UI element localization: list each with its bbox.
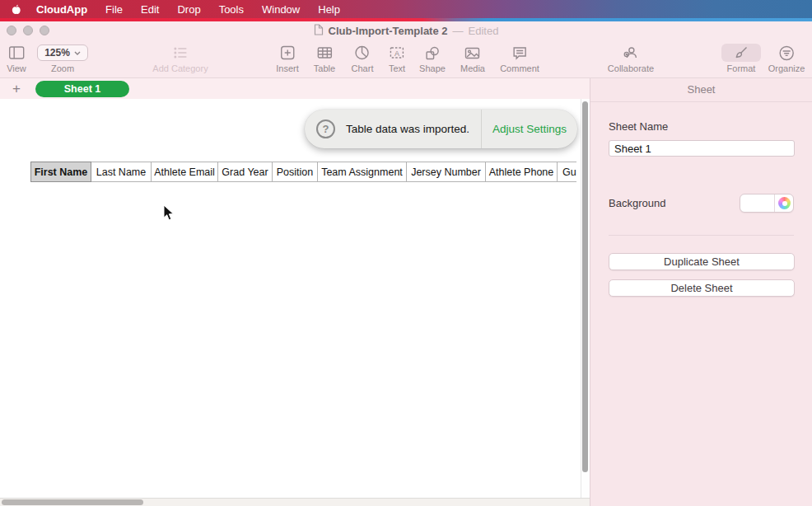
import-notification: ? Table data was imported. Adjust Settin… [305, 110, 577, 148]
view-sidebar-icon [8, 44, 25, 62]
insert-button[interactable]: Insert [276, 44, 299, 73]
column-header-athlete-email[interactable]: Athlete Email [151, 162, 218, 182]
column-header-jersey-number[interactable]: Jersey Number [406, 162, 486, 182]
title-bar: Club-Import-Template 2 — Edited [0, 21, 812, 40]
format-brush-icon [721, 44, 761, 62]
delete-sheet-button[interactable]: Delete Sheet [609, 279, 795, 297]
sheet-tab-bar: + Sheet 1 [0, 78, 590, 99]
category-list-icon [173, 44, 188, 62]
zoom-control: 125% Zoom [37, 44, 88, 73]
format-button[interactable]: Format [721, 44, 761, 73]
text-button[interactable]: A Text [389, 44, 405, 73]
menu-item-help[interactable]: Help [318, 3, 340, 16]
window-controls [7, 26, 49, 35]
column-header-grad-year[interactable]: Grad Year [217, 162, 273, 182]
menu-bar: CloudApp File Edit Drop Tools Window Hel… [0, 0, 812, 18]
main-area: + Sheet 1 First Name Last Name Athlete E… [0, 78, 590, 506]
toolbar: View 125% Zoom Add Category Insert Table [0, 40, 812, 78]
photo-icon [465, 44, 481, 62]
insert-plus-icon [280, 44, 295, 62]
apple-menu-icon[interactable] [10, 2, 21, 16]
menu-item-tools[interactable]: Tools [219, 3, 244, 16]
tab-sheet-1[interactable]: Sheet 1 [35, 81, 129, 97]
format-sidebar: Sheet Sheet Name Background Duplicate Sh… [590, 78, 812, 506]
view-button[interactable]: View [7, 44, 26, 73]
shapes-icon [425, 44, 440, 62]
document-status: Edited [469, 25, 499, 37]
help-icon[interactable]: ? [316, 119, 335, 138]
collaborate-person-icon [623, 44, 639, 62]
vertical-scrollbar-thumb[interactable] [582, 101, 588, 472]
vertical-scrollbar [581, 99, 590, 498]
table-header-row: First Name Last Name Athlete Email Grad … [30, 162, 576, 182]
color-wheel-icon [778, 197, 791, 209]
comment-button[interactable]: Comment [500, 44, 539, 73]
column-header-clipped[interactable]: Gu [557, 162, 576, 182]
document-icon [314, 24, 324, 38]
column-header-team-assignment[interactable]: Team Assignment [317, 162, 407, 182]
organize-funnel-icon [778, 44, 794, 62]
organize-button[interactable]: Organize [768, 44, 805, 73]
zoom-window-button[interactable] [40, 26, 49, 35]
pie-chart-icon [355, 44, 370, 62]
notification-message: Table data was imported. [346, 123, 469, 135]
menu-item-edit[interactable]: Edit [141, 3, 159, 16]
media-button[interactable]: Media [460, 44, 485, 73]
background-color-well[interactable] [740, 194, 794, 213]
shape-button[interactable]: Shape [419, 44, 446, 73]
sidebar-title: Sheet [590, 78, 812, 102]
mouse-cursor [163, 204, 175, 225]
horizontal-scrollbar-thumb[interactable] [2, 499, 143, 505]
menu-item-file[interactable]: File [105, 3, 123, 16]
column-header-first-name[interactable]: First Name [30, 162, 91, 182]
chevron-down-icon [74, 51, 81, 55]
add-sheet-button[interactable]: + [7, 81, 26, 97]
duplicate-sheet-button[interactable]: Duplicate Sheet [609, 253, 795, 270]
menu-app-name[interactable]: CloudApp [36, 3, 87, 16]
column-header-position[interactable]: Position [272, 162, 318, 182]
background-label: Background [609, 197, 665, 209]
document-title: Club-Import-Template 2 [329, 25, 448, 37]
table-button[interactable]: Table [314, 44, 335, 73]
close-button[interactable] [7, 26, 16, 35]
column-header-last-name[interactable]: Last Name [91, 162, 152, 182]
sheet-name-input[interactable] [609, 140, 795, 157]
chart-button[interactable]: Text Chart [352, 44, 374, 73]
comment-bubble-icon [512, 44, 527, 62]
sheet-name-label: Sheet Name [609, 120, 794, 133]
svg-text:A: A [394, 49, 399, 58]
collaborate-button[interactable]: Collaborate [608, 44, 654, 73]
column-header-athlete-phone[interactable]: Athlete Phone [485, 162, 558, 182]
horizontal-scrollbar [0, 498, 590, 506]
adjust-settings-button[interactable]: Adjust Settings [482, 123, 577, 135]
add-category-button: Add Category [152, 44, 208, 73]
menu-item-window[interactable]: Window [262, 3, 300, 16]
menu-item-drop[interactable]: Drop [177, 3, 200, 16]
spreadsheet-canvas[interactable]: First Name Last Name Athlete Email Grad … [0, 99, 590, 498]
zoom-dropdown[interactable]: 125% [37, 45, 88, 61]
text-box-icon: A [390, 44, 404, 62]
table-grid-icon [316, 44, 332, 62]
minimize-button[interactable] [23, 26, 33, 35]
title-separator: — [453, 25, 464, 37]
sidebar-divider [609, 235, 794, 236]
